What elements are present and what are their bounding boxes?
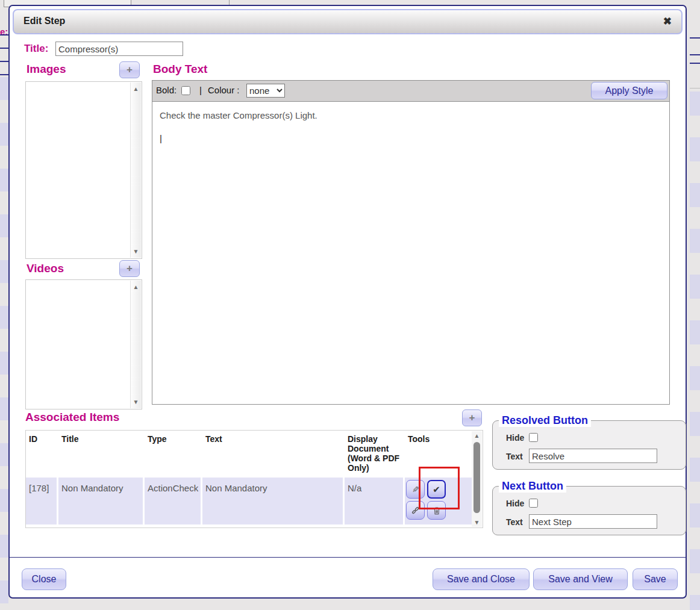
body-text-toolbar: Bold: | Colour : none Apply Style bbox=[152, 81, 669, 102]
apply-style-button[interactable]: Apply Style bbox=[591, 82, 667, 99]
text-label: Text bbox=[506, 517, 529, 527]
save-button[interactable]: Save bbox=[633, 568, 678, 590]
background-line bbox=[0, 74, 8, 75]
cell-tools: ✎ ✔ bbox=[405, 478, 472, 524]
link-icon bbox=[411, 506, 420, 515]
link-button[interactable] bbox=[406, 501, 425, 520]
screen: e: Edit Step ✖ Title: Images + ▲ ▼ Video… bbox=[0, 0, 700, 610]
body-text-header: Body Text bbox=[153, 63, 207, 76]
save-and-close-button[interactable]: Save and Close bbox=[433, 568, 530, 590]
close-button[interactable]: Close bbox=[22, 568, 66, 590]
column-header-tools: Tools bbox=[405, 431, 472, 476]
background-line bbox=[0, 61, 8, 62]
associated-items-table: ID Title Type Text Display Document (Wor… bbox=[25, 430, 483, 528]
text-label: Text bbox=[506, 452, 529, 461]
title-label: Title: bbox=[24, 43, 48, 55]
next-hide-checkbox[interactable] bbox=[529, 499, 538, 508]
add-video-button[interactable]: + bbox=[119, 260, 140, 277]
images-scrollbar[interactable]: ▲ ▼ bbox=[130, 82, 141, 258]
table-header-row: ID Title Type Text Display Document (Wor… bbox=[26, 431, 472, 476]
trash-icon bbox=[433, 506, 441, 515]
edit-icon: ✎ bbox=[412, 485, 419, 494]
hide-label: Hide bbox=[506, 499, 529, 508]
colour-label: Colour : bbox=[208, 85, 240, 95]
cell-type: ActionCheck bbox=[145, 478, 201, 524]
text-caret: | bbox=[160, 132, 662, 145]
table-scrollbar[interactable]: ▲ ▼ bbox=[472, 431, 482, 527]
resolved-button-fieldset: Resolved Button Hide Text bbox=[492, 414, 686, 470]
column-header-text: Text bbox=[202, 431, 343, 476]
scrollbar-thumb[interactable] bbox=[473, 442, 480, 513]
cell-text: Non Mandatory bbox=[202, 478, 343, 524]
toolbar-separator: | bbox=[199, 85, 202, 95]
body-text-content: Check the master Compressor(s) Light. bbox=[160, 109, 662, 122]
images-header: Images bbox=[27, 63, 66, 76]
cell-id: [178] bbox=[26, 478, 57, 524]
background-line bbox=[0, 34, 8, 36]
body-text-area[interactable]: Check the master Compressor(s) Light. | bbox=[152, 102, 669, 404]
footer-divider bbox=[10, 557, 686, 558]
bold-label: Bold: bbox=[156, 85, 177, 95]
scroll-up-icon[interactable]: ▲ bbox=[131, 284, 141, 290]
column-header-type: Type bbox=[145, 431, 201, 476]
background-line bbox=[690, 88, 700, 89]
next-button-legend: Next Button bbox=[499, 480, 566, 493]
column-header-display-document: Display Document (Word & PDF Only) bbox=[345, 431, 403, 476]
next-button-fieldset: Next Button Hide Text bbox=[492, 480, 686, 535]
scroll-down-icon[interactable]: ▼ bbox=[131, 399, 141, 405]
cell-title: Non Mandatory bbox=[58, 478, 143, 524]
colour-select[interactable]: none bbox=[246, 84, 285, 98]
background-line bbox=[690, 37, 700, 39]
check-icon: ✔ bbox=[433, 484, 440, 495]
scroll-up-icon[interactable]: ▲ bbox=[131, 86, 141, 92]
table-row: [178] Non Mandatory ActionCheck Non Mand… bbox=[26, 478, 472, 524]
background-line bbox=[690, 63, 700, 64]
edit-step-dialog: Edit Step ✖ Title: Images + ▲ ▼ Videos +… bbox=[8, 5, 687, 599]
add-associated-item-button[interactable]: + bbox=[462, 409, 482, 426]
videos-list: ▲ ▼ bbox=[25, 279, 142, 409]
bold-checkbox[interactable] bbox=[181, 86, 190, 95]
hide-label: Hide bbox=[506, 433, 529, 443]
dialog-title: Edit Step bbox=[23, 16, 65, 26]
delete-button[interactable] bbox=[427, 501, 446, 520]
scroll-down-icon[interactable]: ▼ bbox=[472, 519, 482, 526]
next-text-input[interactable] bbox=[529, 514, 657, 529]
scroll-down-icon[interactable]: ▼ bbox=[131, 248, 141, 255]
close-icon[interactable]: ✖ bbox=[663, 15, 672, 28]
background-rows-left bbox=[0, 77, 8, 610]
resolved-hide-checkbox[interactable] bbox=[529, 433, 538, 442]
videos-header: Videos bbox=[27, 262, 64, 275]
dialog-titlebar: Edit Step ✖ bbox=[13, 9, 683, 34]
background-rows-right bbox=[690, 92, 700, 610]
scroll-up-icon[interactable]: ▲ bbox=[472, 432, 482, 439]
background-tick bbox=[229, 0, 230, 5]
save-and-view-button[interactable]: Save and View bbox=[533, 568, 628, 590]
add-image-button[interactable]: + bbox=[119, 61, 140, 78]
background-line bbox=[0, 48, 8, 49]
videos-scrollbar[interactable]: ▲ ▼ bbox=[130, 281, 141, 408]
title-input[interactable] bbox=[55, 42, 183, 56]
check-button[interactable]: ✔ bbox=[427, 480, 446, 499]
images-list: ▲ ▼ bbox=[25, 81, 142, 259]
cell-display-document: N/a bbox=[345, 478, 403, 524]
background-line bbox=[690, 54, 700, 55]
column-header-title: Title bbox=[58, 431, 143, 476]
resolved-button-legend: Resolved Button bbox=[499, 414, 591, 427]
edit-button[interactable]: ✎ bbox=[406, 480, 425, 499]
column-header-id: ID bbox=[26, 431, 57, 476]
resolved-text-input[interactable] bbox=[529, 449, 657, 463]
body-text-editor: Bold: | Colour : none Apply Style Check … bbox=[152, 80, 670, 405]
associated-items-header: Associated Items bbox=[25, 411, 119, 424]
